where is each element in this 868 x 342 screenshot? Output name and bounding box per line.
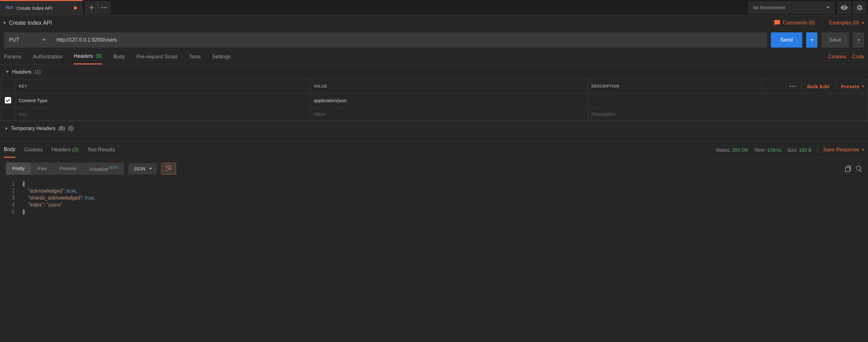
info-icon[interactable]: i	[68, 126, 74, 131]
send-button[interactable]: Send	[771, 32, 803, 47]
caret-right-icon	[6, 127, 8, 130]
settings-button[interactable]	[853, 2, 866, 14]
view-visualize-label: Visualize	[89, 166, 108, 172]
eye-icon	[841, 5, 848, 10]
search-icon[interactable]	[856, 166, 862, 172]
ellipsis-icon[interactable]	[790, 86, 796, 87]
col-description-label: DESCRIPTION	[591, 84, 619, 89]
divider	[822, 19, 822, 27]
wrap-icon	[165, 166, 172, 171]
col-checkbox	[0, 80, 16, 93]
request-title-row: Create Index API Comments (0) Examples (…	[0, 15, 868, 32]
headers-section-header[interactable]: Headers (1)	[0, 65, 868, 79]
plus-icon	[89, 5, 94, 10]
tab-bar: PUT Create Index API No Environment	[0, 0, 868, 15]
new-tab-button[interactable]	[85, 1, 98, 14]
view-visualize-button[interactable]: VisualizeBETA	[83, 163, 124, 175]
tab-headers[interactable]: Headers (9)	[74, 53, 102, 64]
send-options-button[interactable]	[806, 32, 817, 47]
tab-body[interactable]: Body	[114, 54, 125, 64]
save-button[interactable]: Save	[821, 32, 849, 47]
view-raw-button[interactable]: Raw	[31, 163, 53, 175]
svg-point-1	[103, 7, 105, 8]
chevron-down-icon	[42, 39, 46, 41]
header-value-input[interactable]: Value	[310, 108, 588, 121]
tab-headers-label: Headers	[74, 53, 93, 59]
row-checkbox[interactable]	[5, 97, 11, 103]
tab-headers-count: (9)	[96, 53, 102, 59]
chevron-down-icon	[6, 71, 9, 73]
tab-authorization[interactable]: Authorization	[33, 54, 62, 64]
view-pretty-button[interactable]: Pretty	[6, 163, 31, 175]
examples-label: Examples (0)	[829, 20, 859, 26]
svg-point-5	[794, 86, 796, 87]
environment-label: No Environment	[753, 5, 785, 10]
response-tab-testresults[interactable]: Test Results	[87, 142, 115, 158]
environment-quicklook-button[interactable]	[837, 2, 851, 14]
comments-label: Comments (0)	[782, 20, 815, 26]
response-tabs: Body Cookies Headers (3) Test Results St…	[0, 141, 868, 158]
tab-prerequest[interactable]: Pre-request Script	[136, 54, 177, 64]
gear-icon	[856, 4, 863, 11]
status-label: Status:	[716, 147, 731, 152]
cookies-link[interactable]: Cookies	[828, 54, 846, 60]
caret-right-icon[interactable]	[4, 21, 6, 25]
environment-select[interactable]: No Environment	[748, 2, 834, 14]
response-tab-body[interactable]: Body	[4, 142, 15, 158]
tab-tests[interactable]: Tests	[189, 54, 200, 64]
tab-settings[interactable]: Settings	[212, 54, 231, 64]
size-label: Size:	[787, 147, 798, 152]
temporary-headers-count: (8)	[59, 126, 65, 131]
view-preview-button[interactable]: Preview	[53, 163, 83, 175]
headers-section-count: (1)	[34, 69, 41, 75]
response-tab-headers-count: (3)	[72, 147, 79, 152]
chevron-down-icon	[862, 22, 864, 24]
tab-more-button[interactable]	[98, 1, 111, 14]
beta-badge: BETA	[108, 166, 118, 169]
chevron-down-icon	[826, 7, 830, 8]
temporary-headers-label: Temporary Headers	[11, 126, 56, 131]
copy-icon[interactable]	[845, 166, 851, 172]
headers-section-label: Headers	[12, 69, 31, 75]
check-icon	[6, 99, 10, 102]
header-key-cell[interactable]: Content-Type	[16, 93, 311, 108]
wrap-lines-button[interactable]	[161, 163, 176, 174]
save-response-link[interactable]: Save Response	[823, 147, 864, 152]
url-row: PUT Send Save	[0, 32, 868, 47]
tab-method-badge: PUT	[6, 6, 13, 10]
status-value: 200 OK	[732, 147, 748, 152]
header-value-cell[interactable]: application/json	[310, 93, 588, 108]
code-link[interactable]: Code	[852, 54, 864, 60]
save-response-label: Save Response	[823, 147, 859, 152]
tab-params[interactable]: Params	[4, 54, 21, 64]
divider	[835, 83, 835, 89]
response-tab-cookies[interactable]: Cookies	[24, 142, 42, 158]
chevron-down-icon	[811, 39, 813, 41]
divider	[801, 83, 802, 89]
http-method-select[interactable]: PUT	[4, 32, 51, 47]
response-tab-headers[interactable]: Headers (3)	[52, 142, 79, 158]
bulk-edit-link[interactable]: Bulk Edit	[807, 84, 830, 89]
presets-link[interactable]: Presets	[841, 84, 865, 89]
request-title: Create Index API	[9, 20, 52, 26]
header-description-input[interactable]: Description	[588, 108, 868, 121]
table-row: Content-Type application/json	[0, 93, 868, 108]
header-description-cell[interactable]	[588, 93, 868, 108]
url-input[interactable]	[51, 32, 767, 47]
save-options-button[interactable]	[853, 32, 864, 47]
examples-link[interactable]: Examples (0)	[829, 20, 864, 26]
table-row-new: Key Value Description	[0, 108, 868, 121]
request-tab[interactable]: PUT Create Index API	[0, 0, 83, 15]
response-body-viewer[interactable]: 1{2 "acknowledged": true,3 "shards_ackno…	[0, 179, 868, 217]
format-select[interactable]: JSON	[128, 163, 157, 174]
temporary-headers-toggle[interactable]: Temporary Headers (8) i	[0, 121, 868, 136]
ellipsis-icon	[101, 7, 107, 8]
comments-link[interactable]: Comments (0)	[774, 20, 815, 26]
tab-dirty-indicator	[74, 6, 77, 9]
chevron-down-icon	[862, 149, 864, 151]
header-key-input[interactable]: Key	[16, 108, 311, 121]
time-label: Time:	[754, 147, 766, 152]
col-value: VALUE	[310, 80, 588, 93]
chevron-down-icon	[862, 86, 865, 87]
presets-label: Presets	[841, 84, 860, 89]
